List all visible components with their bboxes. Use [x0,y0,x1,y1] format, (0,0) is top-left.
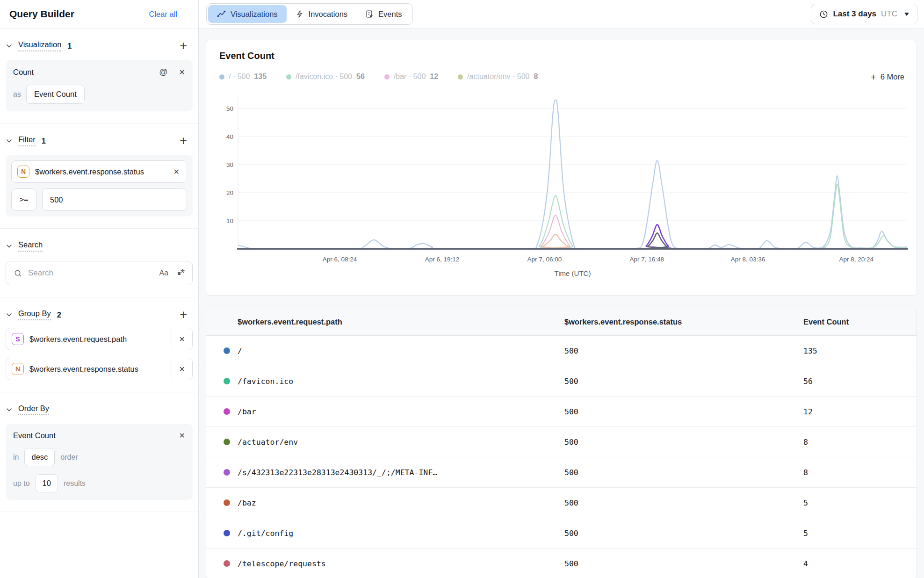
legend-count: 56 [356,72,365,81]
table-row[interactable]: /s/432313e22313e28313e2430313/_/;/META-I… [206,457,917,488]
legend-dot [219,74,224,79]
legend-item[interactable]: /actuator/env · 500 8 [458,72,538,81]
remove-group-by-button[interactable]: ✕ [172,358,192,380]
section-label-search[interactable]: Search [18,240,43,252]
legend-item[interactable]: / · 500 135 [219,72,267,81]
add-filter-button[interactable]: + [180,136,187,145]
legend-label: /bar · 500 [394,72,426,81]
column-header-status[interactable]: $workers.event.response.status [564,318,803,326]
table-row[interactable]: /actuator/env5008 [206,427,917,457]
event-count-chart[interactable]: 1020304050Apr 6, 08:24Apr 6, 19:12Apr 7,… [213,89,912,283]
order-direction-select[interactable]: desc [24,448,55,466]
cell-path: / [238,347,242,355]
cell-path: /s/432313e22313e28313e2430313/_/;/META-I… [238,468,437,477]
remove-group-by-button[interactable]: ✕ [172,328,192,350]
section-label-visualization[interactable]: Visualization [18,40,61,51]
match-case-icon[interactable]: Aa [159,269,168,277]
sidebar: Query Builder Clear all Visualization 1 … [0,0,199,578]
section-filter: Filter 1 + N $workers.event.response.sta… [0,123,198,217]
cell-path: /telescope/requests [238,559,326,568]
cell-status: 500 [564,468,803,477]
clear-all-link[interactable]: Clear all [149,10,177,19]
numeric-type-badge: N [12,363,24,375]
chevron-down-icon[interactable] [6,408,12,412]
chevron-down-icon[interactable] [6,313,12,317]
visualization-card: Count @ ✕ as Event Count [6,60,193,111]
cell-count: 4 [803,559,917,568]
legend-item[interactable]: /favicon.ico · 500 56 [286,72,365,81]
tab-events[interactable]: Events [356,5,411,23]
chevron-down-icon[interactable] [6,244,12,248]
search-icon [14,269,22,278]
section-header-group-by: Group By 2 + [0,309,198,320]
chart-line-icon [217,10,226,19]
more-series-button[interactable]: + 6 More [870,72,904,84]
up-to-label: up to [13,479,30,488]
main-area: Visualizations Invocations Events [199,0,924,578]
cell-path: /actuator/env [238,438,298,447]
legend-label: /actuator/env · 500 [467,72,529,81]
table-row[interactable]: /.git/config5005 [206,518,917,549]
timezone-label: UTC [881,9,897,19]
chevron-down-icon[interactable] [6,44,12,48]
add-group-by-button[interactable]: + [180,310,187,319]
section-label-filter[interactable]: Filter [18,135,36,146]
column-header-count[interactable]: Event Count [803,318,917,326]
cell-count: 56 [803,377,917,386]
alias-input[interactable]: Event Count [26,85,85,104]
chart-legend: / · 500 135 /favicon.ico · 500 56 /bar ·… [219,72,908,84]
table-row[interactable]: /telescope/requests5004 [206,549,917,578]
result-limit-input[interactable]: 10 [36,474,58,492]
add-visualization-button[interactable]: + [180,41,187,51]
filter-operator-select[interactable]: >= [11,188,36,211]
column-header-path[interactable]: $workers.event.request.path [206,318,564,326]
table-row[interactable]: /bar50012 [206,397,917,427]
sidebar-header: Query Builder Clear all [0,0,198,29]
group-by-field-input[interactable]: N $workers.event.response.status ✕ [6,358,193,380]
section-label-group-by[interactable]: Group By [18,309,51,320]
section-header-visualization: Visualization 1 + [0,40,198,51]
series-color-dot [224,439,230,445]
results-label: results [64,479,86,488]
section-header-search: Search [0,240,198,252]
series-color-dot [224,560,230,567]
table-row[interactable]: /500135 [206,336,917,366]
cell-status: 500 [564,407,803,416]
y-tick-label: 10 [226,217,233,224]
legend-item[interactable]: /bar · 500 12 [384,72,438,81]
group-by-field-name: $workers.event.request.path [29,335,172,344]
regex-icon[interactable]: * [178,270,185,276]
cell-path: /.git/config [238,529,293,538]
cell-count: 8 [803,438,917,447]
tab-visualizations[interactable]: Visualizations [208,5,287,23]
filter-value-input[interactable]: 500 [42,188,187,211]
as-label: as [13,90,21,99]
remove-visualization-button[interactable]: ✕ [179,68,185,77]
table-header: $workers.event.request.path $workers.eve… [206,308,917,336]
remove-order-by-button[interactable]: ✕ [179,431,185,440]
chevron-down-icon[interactable] [6,139,12,143]
filter-field-name: $workers.event.response.status [35,167,155,176]
table-row[interactable]: /favicon.ico50056 [206,366,917,397]
time-range-button[interactable]: Last 3 days UTC [811,4,917,24]
remove-filter-button[interactable]: ✕ [155,161,187,182]
group-by-field-input[interactable]: S $workers.event.request.path ✕ [6,328,193,350]
section-label-order-by[interactable]: Order By [18,404,49,415]
at-icon[interactable]: @ [159,67,167,77]
cell-count: 5 [803,499,917,507]
cell-status: 500 [564,438,803,447]
legend-count: 135 [254,72,267,81]
cell-count: 135 [803,347,917,355]
form-icon [365,10,374,18]
series-color-dot [224,408,230,415]
series-color-dot [224,347,230,354]
x-tick-label: Apr 7, 16:48 [630,256,664,263]
group-by-field-name: $workers.event.response.status [29,365,172,374]
more-label: 6 More [881,72,904,81]
tab-invocations[interactable]: Invocations [287,5,356,23]
x-tick-label: Apr 7, 06:00 [527,256,562,263]
table-row[interactable]: /baz5005 [206,488,917,518]
filter-field-input[interactable]: N $workers.event.response.status ✕ [11,160,187,183]
search-input[interactable]: Search Aa * [6,261,193,285]
cell-status: 500 [564,559,803,568]
